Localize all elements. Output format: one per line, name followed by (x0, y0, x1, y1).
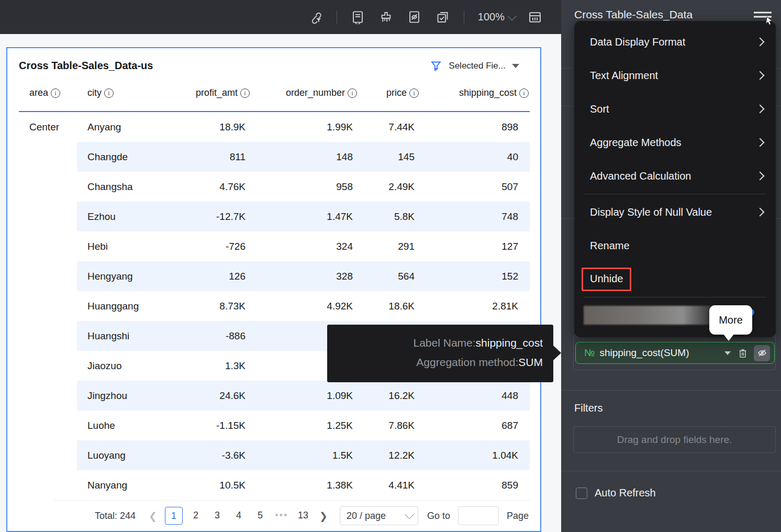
cell-city: Nanyang (77, 470, 159, 500)
cross-table-card: Cross Table-Sales_Data-us Selected Fie..… (6, 47, 541, 532)
page-number-4[interactable]: 4 (230, 507, 247, 524)
table-row[interactable]: Changsha4.76K9582.49K507 (7, 172, 540, 202)
cell-area (7, 202, 77, 231)
cell-area (7, 172, 77, 202)
prev-page-icon[interactable]: ❮ (146, 510, 160, 522)
menu-item-rename[interactable]: Rename (574, 229, 776, 262)
cell-price: 7.44K (358, 112, 420, 142)
column-header-price[interactable]: pricei (358, 87, 420, 98)
hide-field-icon[interactable] (754, 345, 770, 361)
cell-profit_amt: -3.6K (159, 440, 251, 470)
column-header-order-number[interactable]: order_numberi (251, 87, 358, 98)
info-icon[interactable]: i (240, 88, 250, 98)
cell-area (7, 381, 77, 411)
cell-shipping_cost: 127 (420, 231, 530, 261)
cell-profit_amt: -726 (159, 231, 251, 261)
cell-area (7, 291, 77, 321)
column-header-city[interactable]: cityi (77, 87, 159, 98)
table-row[interactable]: Jingzhou24.6K1.09K16.2K448 (7, 381, 540, 411)
filters-dropzone[interactable]: Drag and drop fields here. (573, 426, 776, 453)
field-context-menu: Data Display FormatText AlignmentSortAgg… (574, 21, 776, 337)
cell-price: 2.49K (358, 172, 420, 202)
menu-item-text-alignment[interactable]: Text Alignment (574, 59, 776, 92)
hide-preview-icon[interactable] (407, 10, 422, 25)
cursor-icon (766, 17, 772, 25)
page-number-13[interactable]: 13 (295, 507, 311, 524)
filters-placeholder: Drag and drop fields here. (617, 434, 732, 446)
tooltip-aggregation-value: SUM (518, 356, 543, 368)
next-page-icon[interactable]: ❯ (316, 510, 331, 522)
goto-page-input[interactable] (458, 506, 499, 525)
delete-field-icon[interactable] (737, 347, 749, 359)
component-card-icon[interactable] (351, 10, 365, 25)
clean-brush-icon[interactable] (379, 10, 394, 25)
table-row[interactable]: Luohe-1.15K1.25K7.86K687 (7, 411, 540, 440)
pagination-divider (53, 500, 530, 501)
tooltip-aggregation-key: Aggregation method: (416, 356, 518, 368)
page-list: 12345•••13 (165, 507, 311, 525)
menu-divider (584, 297, 766, 297)
field-tooltip: Label Name:shipping_cost Aggregation met… (327, 325, 553, 382)
chevron-right-icon (756, 71, 765, 80)
link-filter-icon[interactable] (308, 10, 323, 25)
menu-item-data-display-format[interactable]: Data Display Format (574, 25, 776, 59)
info-icon[interactable]: i (519, 88, 529, 98)
menu-item-label: Advanced Calculation (590, 170, 691, 182)
table-body: CenterAnyang18.9K1.99K7.44K898Changde811… (7, 112, 540, 500)
field-dropdown-icon[interactable] (724, 351, 731, 355)
table-row[interactable]: Changde81114814540 (7, 142, 540, 172)
cell-profit_amt: 1.3K (159, 351, 251, 381)
page-size-select[interactable]: 20 / page (340, 506, 418, 525)
card-title: Cross Table-Sales_Data-us (19, 60, 153, 72)
cell-area (7, 231, 77, 261)
selected-fields-control[interactable]: Selected Fie... (430, 60, 519, 72)
info-icon[interactable]: i (348, 88, 357, 98)
cell-shipping_cost: 1.04K (420, 440, 530, 470)
page-number-2[interactable]: 2 (187, 507, 204, 524)
cell-area (7, 351, 77, 381)
table-row[interactable]: Ezhou-12.7K1.47K5.8K748 (7, 202, 540, 231)
menu-item-display-style-of-null-value[interactable]: Display Style of Null Value (574, 195, 776, 229)
cell-order_number: 1.09K (251, 381, 358, 411)
cell-profit_amt: 126 (159, 261, 251, 291)
cell-area (7, 142, 77, 172)
menu-item-advanced-calculation[interactable]: Advanced Calculation (574, 159, 776, 193)
info-icon[interactable]: i (51, 88, 60, 98)
chevron-down-icon (512, 64, 519, 68)
column-header-area[interactable]: areai (7, 87, 77, 98)
column-header-shipping-cost[interactable]: shipping_costi (420, 87, 530, 98)
info-icon[interactable]: i (104, 88, 114, 98)
top-toolbar: 100% (0, 0, 561, 34)
table-row[interactable]: Huanggang8.73K4.92K18.6K2.81K (7, 291, 540, 321)
table-row[interactable]: Hebi-726324291127 (7, 231, 540, 261)
auto-refresh-checkbox[interactable] (576, 487, 587, 499)
field-pill-shipping-cost[interactable]: № shipping_cost(SUM) (575, 342, 775, 364)
cell-city: Huanggang (77, 291, 159, 321)
info-icon[interactable]: i (409, 88, 419, 98)
cell-profit_amt: 10.5K (159, 470, 251, 500)
menu-item-unhide[interactable]: Unhide (574, 262, 776, 296)
menu-item-aggregate-methods[interactable]: Aggregate Methods (574, 126, 776, 159)
chevron-right-icon (756, 38, 765, 47)
cell-order_number: 324 (251, 231, 358, 261)
cell-shipping_cost: 2.81K (420, 291, 530, 321)
table-row[interactable]: CenterAnyang18.9K1.99K7.44K898 (7, 112, 540, 142)
table-row[interactable]: Nanyang10.5K1.38K4.41K859 (7, 470, 540, 500)
cell-shipping_cost: 152 (420, 261, 530, 291)
table-row[interactable]: Luoyang-3.6K1.5K12.2K1.04K (7, 440, 540, 470)
zoom-control[interactable]: 100% (478, 11, 514, 23)
cell-profit_amt: 8.73K (159, 291, 251, 321)
cell-profit_amt: -12.7K (159, 202, 251, 231)
grid-table-icon[interactable] (528, 10, 542, 25)
column-header-profit-amt[interactable]: profit_amti (159, 87, 251, 98)
table-row[interactable]: Hengyang126328564152 (7, 261, 540, 291)
cell-shipping_cost: 898 (420, 112, 530, 142)
page-number-5[interactable]: 5 (252, 507, 269, 524)
menu-item-sort[interactable]: Sort (574, 92, 776, 126)
select-check-icon[interactable] (436, 10, 450, 25)
page-number-1[interactable]: 1 (165, 507, 183, 525)
cell-price: 16.2K (358, 381, 420, 411)
collapse-panel-icon[interactable] (750, 9, 773, 29)
page-number-3[interactable]: 3 (209, 507, 226, 524)
cell-city: Luoyang (77, 440, 159, 470)
